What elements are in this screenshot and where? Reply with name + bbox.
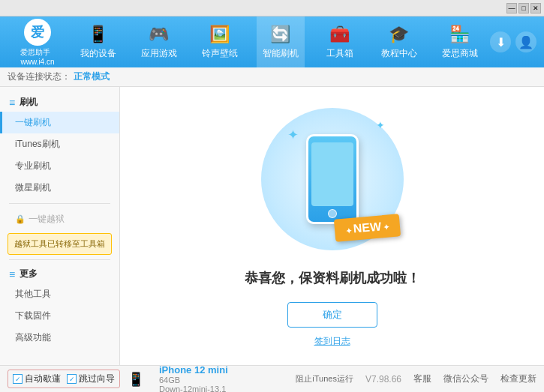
phone-illustration: ✦ ✦ NEW [257,104,407,254]
check-update-link[interactable]: 检查更新 [500,373,536,385]
nav-items: 📱 我的设备 🎮 应用游戏 🖼️ 铃声壁纸 🔄 智能刷机 🧰 工具箱 🎓 [68,16,490,67]
bottom-bar: ✓ 自动歇蓮 ✓ 跳过向导 📱 iPhone 12 mini 64GB Down… [0,365,544,392]
sidebar: ≡ 刷机 一键刷机 iTunes刷机 专业刷机 微星刷机 🔒 一键越狱 越狱工具 [0,87,120,365]
minimize-button[interactable]: — [506,3,517,13]
sidebar-item-download-firmware[interactable]: 下载固件 [0,305,119,327]
phone-body [306,134,359,224]
nav-item-smart-flash[interactable]: 🔄 智能刷机 [257,16,305,67]
sidebar-item-advanced[interactable]: 高级功能 [0,327,119,349]
sparkle-left-icon: ✦ [287,127,299,143]
device-icon: 📱 [128,371,144,388]
daily-sign-link[interactable]: 签到日志 [314,335,350,348]
more-section-icon: ≡ [9,268,15,280]
smart-flash-icon: 🔄 [270,25,290,44]
device-name: iPhone 12 mini [159,364,228,376]
logo-text: 爱思助手 www.i4.cn [20,47,54,66]
flash-section-icon: ≡ [9,97,15,109]
skip-wizard-check-icon: ✓ [67,374,77,384]
sidebar-alert-box: 越狱工具已转移至工具箱 [8,233,112,255]
lock-icon: 🔒 [15,214,26,224]
sidebar-item-pro-flash[interactable]: 专业刷机 [0,155,119,177]
status-value: 正常模式 [74,70,110,83]
apps-games-icon: 🎮 [149,25,169,44]
main-content: ✦ ✦ NEW 恭喜您，保资料刷机成功啦！ 确定 签到日志 [120,87,544,365]
my-device-icon: 📱 [88,25,108,44]
nav-item-tutorial[interactable]: 🎓 教程中心 [375,16,423,67]
bottom-right-area: 阻止iTunes运行 V7.98.66 客服 微信公众号 检查更新 [296,373,536,385]
phone-screen [311,142,353,206]
status-label: 设备连接状态： [8,70,71,83]
sidebar-divider-1 [9,203,110,204]
more-section-header: ≡ 更多 [0,265,119,283]
device-storage: 64GB [159,376,228,385]
toolbox-icon: 🧰 [329,25,350,44]
close-button[interactable]: ✕ [530,3,541,13]
version-text: V7.98.66 [365,374,401,385]
sidebar-item-itunes-flash[interactable]: iTunes刷机 [0,133,119,155]
tutorial-icon: 🎓 [389,25,409,44]
sidebar-item-other-tools[interactable]: 其他工具 [0,283,119,305]
device-firmware: Down-12mini-13.1 [159,385,228,392]
top-nav: 爱 爱思助手 www.i4.cn 📱 我的设备 🎮 应用游戏 🖼️ 铃声壁纸 🔄… [0,16,544,67]
skip-wizard-checkbox[interactable]: ✓ 跳过向导 [67,373,115,385]
app-container: 爱 爱思助手 www.i4.cn 📱 我的设备 🎮 应用游戏 🖼️ 铃声壁纸 🔄… [0,16,544,392]
auto-switch-checkbox[interactable]: ✓ 自动歇蓮 [13,373,61,385]
success-text: 恭喜您，保资料刷机成功啦！ [245,269,420,287]
sparkle-right-icon: ✦ [376,119,385,131]
restore-button[interactable]: □ [518,3,529,13]
profile-button[interactable]: 👤 [515,31,536,52]
flash-section-header: ≡ 刷机 [0,93,119,112]
status-bar: 设备连接状态： 正常模式 [0,67,544,87]
nav-item-my-device[interactable]: 📱 我的设备 [74,16,122,67]
auto-switch-check-icon: ✓ [13,374,23,384]
checkbox-area: ✓ 自动歇蓮 ✓ 跳过向导 [8,370,120,388]
sidebar-divider-2 [9,259,110,260]
wechat-link[interactable]: 微信公众号 [443,373,488,385]
new-badge: NEW [333,214,400,241]
device-info: iPhone 12 mini 64GB Down-12mini-13.1 [159,364,228,392]
nav-item-apps-games[interactable]: 🎮 应用游戏 [135,16,183,67]
logo-icon: 爱 [24,19,51,46]
sidebar-item-jailbreak-locked: 🔒 一键越狱 [0,208,119,230]
download-button[interactable]: ⬇ [490,31,511,52]
content-area: ≡ 刷机 一键刷机 iTunes刷机 专业刷机 微星刷机 🔒 一键越狱 越狱工具 [0,87,544,365]
sidebar-item-one-click-flash[interactable]: 一键刷机 [0,112,119,133]
confirm-button[interactable]: 确定 [287,302,377,328]
shop-icon: 🏪 [449,25,470,44]
nav-right: ⬇ 👤 [490,31,536,52]
nav-item-toolbox[interactable]: 🧰 工具箱 [317,16,362,67]
nav-item-wallpaper[interactable]: 🖼️ 铃声壁纸 [196,16,244,67]
logo-area: 爱 爱思助手 www.i4.cn [8,19,68,66]
sidebar-item-save-flash[interactable]: 微星刷机 [0,177,119,199]
customer-service-link[interactable]: 客服 [413,373,431,385]
phone-home-button [328,209,337,218]
wallpaper-icon: 🖼️ [209,25,230,44]
nav-item-shop[interactable]: 🏪 爱思商城 [436,16,484,67]
window-controls[interactable]: — □ ✕ [506,3,541,13]
stop-itunes-button[interactable]: 阻止iTunes运行 [296,373,353,385]
title-bar: — □ ✕ [0,0,544,16]
